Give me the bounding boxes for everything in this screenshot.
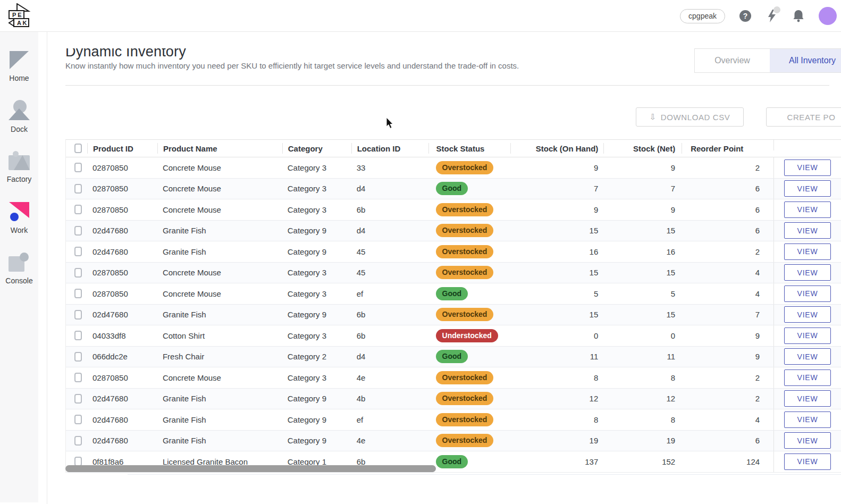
activity-button[interactable]: [766, 10, 778, 22]
col-header-stock-net[interactable]: Stock (Net): [603, 143, 682, 154]
sidebar-nav: Home Dock Factory Work Console: [0, 32, 38, 502]
col-header-category[interactable]: Category: [282, 143, 351, 154]
row-checkbox[interactable]: [74, 310, 82, 320]
user-avatar[interactable]: [819, 7, 837, 25]
view-button[interactable]: VIEW: [784, 432, 831, 449]
download-icon: ⇩: [650, 112, 657, 122]
col-header-stock-on-hand[interactable]: Stock (On Hand): [510, 143, 603, 154]
row-checkbox[interactable]: [74, 184, 82, 194]
view-button[interactable]: VIEW: [784, 411, 831, 428]
view-button[interactable]: VIEW: [784, 327, 831, 344]
svg-text:A K: A K: [17, 20, 27, 26]
col-header-stock-status[interactable]: Stock Status: [428, 143, 511, 154]
peak-logo-icon[interactable]: P E A K: [7, 3, 31, 29]
cell-product-id: 02870850: [87, 283, 157, 304]
row-checkbox[interactable]: [74, 394, 82, 404]
status-badge: Understocked: [436, 329, 498, 342]
cell-actions: VIEW: [773, 325, 841, 346]
status-badge: Overstocked: [436, 434, 494, 447]
row-checkbox[interactable]: [74, 247, 82, 256]
row-checkbox[interactable]: [74, 436, 82, 446]
cell-reorder-point: 9: [682, 347, 773, 367]
col-header-product-name[interactable]: Product Name: [157, 143, 282, 154]
view-button[interactable]: VIEW: [784, 264, 831, 281]
view-button[interactable]: VIEW: [784, 159, 831, 176]
cell-category: Category 3: [282, 325, 351, 346]
cell-product-name: Concrete Mouse: [157, 283, 282, 304]
create-po-button[interactable]: CREATE PO: [766, 107, 841, 127]
cell-product-id: 02d47680: [87, 431, 157, 451]
cell-product-name: Granite Fish: [157, 305, 282, 325]
download-csv-button[interactable]: ⇩ DOWNLOAD CSV: [636, 107, 744, 127]
row-checkbox[interactable]: [74, 163, 82, 172]
table-row: 02870850Concrete MouseCategory 36bOverst…: [66, 199, 841, 221]
help-button[interactable]: ?: [739, 10, 752, 22]
cell-product-name: Concrete Mouse: [157, 367, 282, 388]
cell-stock-on-hand: 15: [510, 221, 603, 241]
cell-category: Category 9: [282, 241, 351, 262]
cell-stock-on-hand: 9: [510, 157, 603, 178]
col-header-product-id[interactable]: Product ID: [87, 143, 157, 154]
account-badge[interactable]: cpgpeak: [680, 9, 725, 23]
header-divider: [65, 85, 829, 86]
cell-actions: VIEW: [773, 305, 841, 325]
cell-product-name: Granite Fish: [157, 241, 282, 262]
cell-location-id: 6b: [351, 305, 428, 325]
sidebar-item-console[interactable]: Console: [0, 253, 38, 285]
cell-product-name: Cotton Shirt: [157, 325, 282, 346]
view-button[interactable]: VIEW: [784, 285, 831, 302]
cell-stock-status: Good: [428, 283, 511, 304]
row-checkbox[interactable]: [74, 331, 82, 340]
view-button[interactable]: VIEW: [784, 222, 831, 239]
notifications-button[interactable]: [792, 10, 805, 22]
cell-product-name: Granite Fish: [157, 221, 282, 241]
cell-stock-net: 9: [603, 199, 682, 220]
view-button[interactable]: VIEW: [784, 180, 831, 197]
top-bar: P E A K cpgpeak ?: [0, 0, 841, 32]
cell-category: Category 3: [282, 367, 351, 388]
view-button[interactable]: VIEW: [784, 201, 831, 218]
cell-stock-status: Overstocked: [428, 221, 511, 241]
row-checkbox[interactable]: [74, 352, 82, 362]
view-tabs: Overview All Inventory: [694, 48, 841, 73]
sidebar-item-work[interactable]: Work: [0, 202, 38, 234]
col-header-location-id[interactable]: Location ID: [351, 143, 428, 154]
tab-overview[interactable]: Overview: [695, 49, 770, 72]
cell-stock-on-hand: 12: [510, 389, 603, 409]
row-checkbox[interactable]: [74, 289, 82, 298]
col-header-reorder-point[interactable]: Reorder Point: [682, 143, 773, 154]
view-button[interactable]: VIEW: [784, 348, 831, 365]
cell-actions: VIEW: [773, 451, 841, 472]
status-badge: Overstocked: [436, 203, 494, 216]
cell-product-name: Granite Fish: [157, 409, 282, 430]
sidebar-item-factory[interactable]: Factory: [0, 151, 38, 183]
view-button[interactable]: VIEW: [784, 453, 831, 470]
cell-location-id: 33: [351, 157, 428, 178]
cell-stock-status: Overstocked: [428, 241, 511, 262]
table-row: 02870850Concrete MouseCategory 333Overst…: [66, 157, 841, 179]
cell-reorder-point: 6: [682, 199, 773, 220]
cell-stock-net: 0: [603, 325, 682, 346]
view-button[interactable]: VIEW: [784, 306, 831, 323]
cell-category: Category 9: [282, 431, 351, 451]
view-button[interactable]: VIEW: [784, 390, 831, 407]
row-checkbox[interactable]: [74, 373, 82, 382]
row-checkbox[interactable]: [74, 415, 82, 424]
select-all-checkbox[interactable]: [74, 144, 82, 153]
status-badge: Good: [436, 287, 468, 300]
help-icon: ?: [739, 10, 751, 22]
cell-actions: VIEW: [773, 221, 841, 241]
row-checkbox[interactable]: [74, 226, 82, 236]
cell-reorder-point: 2: [682, 157, 773, 178]
cell-stock-on-hand: 15: [510, 305, 603, 325]
row-checkbox[interactable]: [74, 205, 82, 214]
view-button[interactable]: VIEW: [784, 243, 831, 260]
status-badge: Overstocked: [436, 308, 494, 321]
tab-all-inventory[interactable]: All Inventory: [770, 49, 841, 72]
view-button[interactable]: VIEW: [784, 369, 831, 386]
row-checkbox[interactable]: [74, 268, 82, 278]
sidebar-item-home[interactable]: Home: [0, 51, 38, 82]
cell-stock-net: 7: [603, 179, 682, 199]
cell-stock-status: Good: [428, 347, 511, 367]
horizontal-scrollbar[interactable]: [65, 465, 436, 472]
